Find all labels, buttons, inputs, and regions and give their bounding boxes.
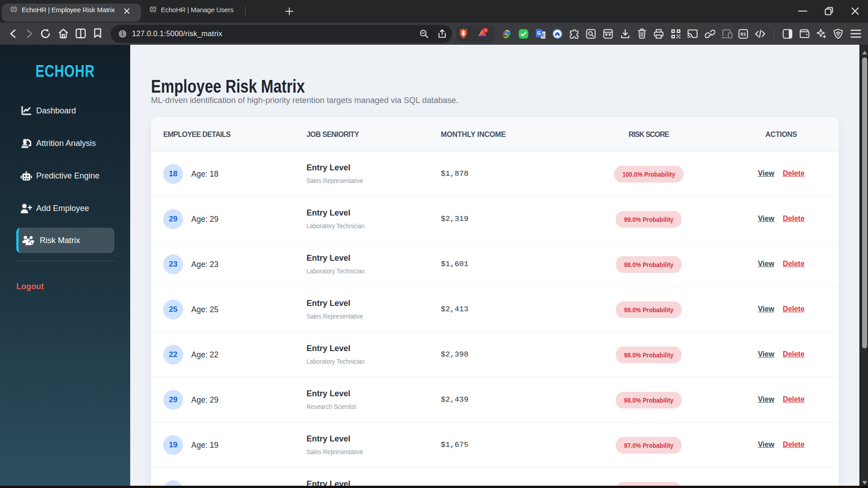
svg-text:1: 1 <box>485 28 487 32</box>
svg-text:01: 01 <box>741 32 746 37</box>
svg-text:G: G <box>537 30 541 36</box>
